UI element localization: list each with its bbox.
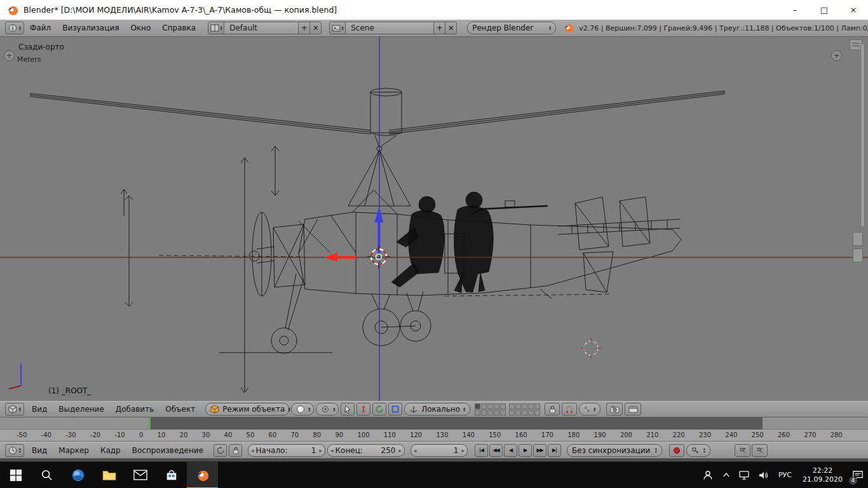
playback-button[interactable]: ◀◀: [489, 444, 503, 457]
menu-item[interactable]: Файл: [24, 24, 57, 32]
layer-cell[interactable]: [534, 410, 540, 416]
playback-button[interactable]: |◀: [475, 444, 488, 457]
snap-element-dropdown[interactable]: [579, 403, 600, 416]
opengl-render-animation-button[interactable]: [625, 403, 641, 416]
snap-toggle-button[interactable]: [562, 403, 577, 416]
pivot-dropdown[interactable]: [316, 403, 339, 416]
minimize-button[interactable]: –: [780, 0, 810, 20]
auto-keyframe-record-button[interactable]: [669, 444, 684, 457]
start-frame-field[interactable]: Начало: 1: [248, 444, 325, 457]
layer-cell[interactable]: [528, 410, 534, 416]
region-split-handle[interactable]: [853, 232, 863, 246]
current-frame-field[interactable]: 1: [410, 444, 468, 457]
layer-cell[interactable]: [475, 410, 480, 416]
layer-cell[interactable]: [494, 410, 499, 416]
delete-scene-button[interactable]: ×: [445, 22, 457, 34]
menu-item[interactable]: Вид: [26, 446, 53, 455]
menu-item[interactable]: Выделение: [53, 405, 109, 414]
properties-region-toggle[interactable]: +: [831, 50, 842, 61]
transform-orientation-dropdown[interactable]: Локально: [404, 403, 470, 416]
delete-screen-layout-button[interactable]: ×: [309, 22, 322, 34]
scale-manipulator-button[interactable]: [388, 403, 402, 416]
volume-button[interactable]: [754, 462, 773, 488]
add-scene-button[interactable]: +: [433, 22, 445, 34]
layer-cell[interactable]: [522, 410, 527, 416]
timeline-ruler[interactable]: -50-40-30-20-100102030405060708090100110…: [0, 430, 868, 442]
menu-item[interactable]: Справка: [156, 24, 201, 32]
layer-cell[interactable]: [522, 403, 527, 409]
translate-manipulator-button[interactable]: [356, 403, 370, 416]
language-indicator[interactable]: РУС: [773, 471, 797, 479]
playback-button[interactable]: ◀: [504, 444, 517, 457]
start-button[interactable]: [0, 462, 31, 488]
search-button[interactable]: [31, 462, 62, 488]
blender-taskbar-button[interactable]: [187, 462, 218, 488]
menu-item[interactable]: Добавить: [110, 405, 159, 414]
current-frame-cursor[interactable]: [149, 417, 150, 430]
timeline-track[interactable]: [0, 417, 868, 430]
menu-item[interactable]: Объект: [159, 405, 201, 414]
menu-item[interactable]: Маркер: [53, 446, 95, 455]
mail-button[interactable]: [125, 462, 156, 488]
layer-cell[interactable]: [515, 403, 521, 409]
display-tray-button[interactable]: [735, 462, 754, 488]
menu-item[interactable]: Визуализация: [57, 24, 125, 32]
scene-name[interactable]: Scene: [345, 22, 434, 34]
scene-browse-button[interactable]: [329, 22, 346, 34]
preview-range-toggle[interactable]: [214, 444, 227, 457]
layer-cell[interactable]: [515, 410, 521, 416]
viewport-scrollbar[interactable]: [860, 43, 865, 227]
manipulator-toggle-button[interactable]: [341, 403, 355, 416]
file-explorer-button[interactable]: [93, 462, 125, 488]
add-screen-layout-button[interactable]: +: [298, 22, 310, 34]
people-button[interactable]: [698, 462, 718, 488]
insert-keyframe-button[interactable]: [735, 444, 750, 457]
menu-item[interactable]: Вид: [26, 405, 53, 414]
lock-time-toggle[interactable]: [229, 444, 242, 457]
browser-button[interactable]: [62, 462, 93, 488]
close-button[interactable]: ×: [839, 0, 868, 20]
layer-cell[interactable]: [481, 403, 487, 409]
rotate-manipulator-button[interactable]: [372, 403, 386, 416]
maximize-button[interactable]: □: [810, 0, 839, 20]
layer-cell[interactable]: [534, 403, 540, 409]
action-center-button[interactable]: 4: [848, 462, 868, 488]
playback-button[interactable]: ▶: [519, 444, 532, 457]
lock-to-scene-button[interactable]: [545, 403, 560, 416]
layer-cell[interactable]: [500, 403, 506, 409]
layer-cell[interactable]: [528, 403, 534, 409]
playback-button[interactable]: ▶▶: [533, 444, 546, 457]
screen-layout-name[interactable]: Default: [224, 22, 299, 34]
mode-dropdown[interactable]: Режим объекта: [205, 403, 289, 416]
layer-cell[interactable]: [475, 403, 480, 409]
viewport-shading-dropdown[interactable]: [291, 403, 314, 416]
menu-item[interactable]: Воспроизведение: [126, 446, 209, 455]
toolbar-region-toggle[interactable]: +: [4, 50, 15, 61]
show-hidden-icons-button[interactable]: [718, 462, 735, 488]
layer-cell[interactable]: [487, 403, 493, 409]
playback-button[interactable]: ▶|: [548, 444, 561, 457]
layer-cell[interactable]: [487, 410, 493, 416]
render-engine-dropdown[interactable]: Рендер Blender: [467, 22, 556, 34]
region-split-handle-2[interactable]: [853, 248, 863, 262]
delete-keyframe-button[interactable]: [752, 444, 768, 457]
menu-item[interactable]: Окно: [125, 24, 156, 32]
end-frame-field[interactable]: Конец: 250: [327, 444, 405, 457]
taskbar-clock[interactable]: 22:22 21.09.2020: [797, 466, 848, 484]
cursor-3d[interactable]: [367, 245, 390, 268]
layer-cell[interactable]: [509, 410, 515, 416]
viewport-canvas[interactable]: [0, 37, 868, 401]
keying-set-dropdown[interactable]: [686, 444, 710, 457]
opengl-render-image-button[interactable]: [606, 403, 623, 416]
store-button[interactable]: [156, 462, 187, 488]
editor-type-button-info[interactable]: [5, 22, 24, 34]
menu-item[interactable]: Кадр: [95, 446, 126, 455]
layer-cell[interactable]: [494, 403, 499, 409]
layer-cell[interactable]: [500, 410, 506, 416]
sync-mode-dropdown[interactable]: Без синхронизации: [567, 444, 662, 457]
editor-type-button-3d[interactable]: [5, 403, 24, 416]
screen-layout-browse-button[interactable]: [208, 22, 224, 34]
layer-cell[interactable]: [509, 403, 515, 409]
editor-type-button-timeline[interactable]: [5, 444, 24, 457]
layer-cell[interactable]: [481, 410, 487, 416]
